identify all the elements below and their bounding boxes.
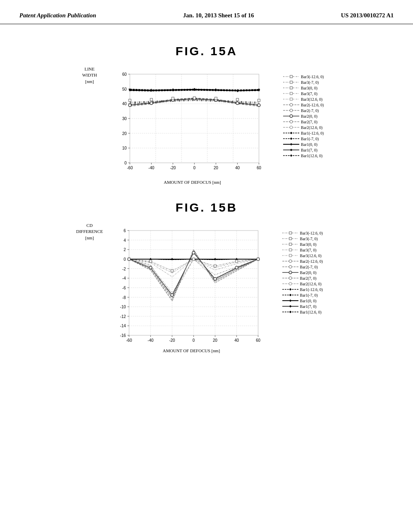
svg-marker-190 [289, 299, 292, 302]
svg-rect-57 [236, 98, 239, 101]
svg-rect-62 [290, 81, 292, 83]
svg-text:-12: -12 [120, 314, 126, 319]
svg-rect-163 [235, 260, 238, 262]
svg-text:-8: -8 [122, 295, 126, 300]
svg-marker-80 [290, 132, 292, 134]
fig15a-xlabel: AMOUNT OF DEFOCUS [nm] [106, 180, 279, 185]
svg-marker-40 [172, 88, 174, 91]
legend-item: Bar1(-7, 0) [282, 293, 335, 297]
legend-item: Bar2(12.6, 0) [282, 281, 335, 286]
legend-item: Bar2(-12.6, 0) [283, 102, 336, 107]
svg-marker-42 [215, 88, 217, 91]
svg-point-176 [289, 260, 292, 263]
legend-item: Bar2(-7, 0) [283, 108, 336, 113]
fig15b-chart-with-legend: CDDIFFERENCE[nm] [79, 222, 335, 353]
svg-marker-43 [236, 89, 239, 92]
svg-point-74 [290, 115, 293, 118]
fig15a-chart-wrapper: 60 50 40 30 20 10 0 -60 -40 -20 [106, 66, 279, 185]
svg-point-154 [192, 251, 195, 254]
legend-item: Bar2(7, 0) [282, 276, 335, 281]
header-right-text: US 2013/0010272 A1 [341, 11, 394, 20]
svg-rect-58 [258, 99, 260, 102]
svg-point-50 [236, 102, 239, 105]
svg-rect-164 [257, 258, 259, 260]
svg-text:60: 60 [256, 338, 261, 343]
fig15b-legend: Bar3(-12.6, 0) Bar3(-7, 0) Bar3(0, 0) Ba… [282, 231, 335, 314]
fig15b-title: FIG. 15B [19, 201, 394, 214]
svg-text:-60: -60 [126, 338, 132, 343]
svg-marker-86 [290, 149, 292, 151]
svg-marker-88 [290, 154, 292, 157]
legend-item: Bar1(-12.6, 0) [283, 131, 336, 135]
legend-item: Bar3(0, 0) [283, 85, 336, 90]
legend-item: Bar3(-7, 0) [282, 236, 335, 241]
svg-rect-159 [149, 260, 152, 262]
svg-text:60: 60 [257, 166, 261, 170]
svg-marker-41 [193, 88, 196, 91]
legend-item: Bar3(7, 0) [282, 247, 335, 252]
svg-text:-10: -10 [120, 305, 126, 309]
legend-item: Bar3(7, 0) [283, 91, 336, 96]
svg-text:-20: -20 [169, 338, 175, 343]
svg-rect-56 [215, 97, 217, 100]
svg-rect-162 [214, 265, 216, 267]
legend-item: Bar3(0, 0) [282, 242, 335, 247]
legend-item: Bar2(7, 0) [283, 119, 336, 124]
svg-marker-146 [171, 258, 173, 260]
svg-text:-4: -4 [122, 276, 126, 281]
fig15b-ylabel: CDDIFFERENCE[nm] [79, 222, 101, 241]
legend-item: Bar1(0, 0) [283, 142, 336, 147]
svg-text:4: 4 [123, 238, 126, 243]
svg-point-155 [213, 278, 216, 281]
svg-rect-158 [128, 258, 130, 260]
svg-marker-192 [289, 305, 292, 308]
legend-item: Bar3(-7, 0) [283, 80, 336, 85]
svg-rect-53 [150, 98, 152, 101]
legend-item: Bar2(-7, 0) [282, 264, 335, 269]
legend-item: Bar3(12.6, 0) [283, 97, 336, 102]
svg-point-153 [171, 294, 173, 297]
svg-text:-14: -14 [120, 324, 126, 328]
svg-text:20: 20 [213, 338, 217, 343]
svg-point-46 [150, 102, 153, 105]
fig15a-chart-with-legend: LINE WIDTH[nm] [77, 66, 336, 185]
legend-item: Bar1(-7, 0) [283, 136, 336, 141]
svg-text:40: 40 [122, 102, 127, 106]
fig15a-ylabel: LINE WIDTH[nm] [77, 66, 102, 85]
svg-rect-60 [290, 75, 292, 78]
legend-item: Bar3(12.6, 0) [282, 253, 335, 258]
svg-marker-82 [290, 137, 292, 140]
svg-text:2: 2 [123, 247, 126, 252]
header-left-text: Patent Application Publication [19, 11, 96, 20]
svg-text:-20: -20 [170, 166, 176, 170]
legend-item: Bar1(-12.6, 0) [282, 287, 335, 292]
fig15a-title: FIG. 15A [19, 44, 394, 58]
svg-text:30: 30 [122, 116, 127, 121]
svg-rect-172 [289, 249, 292, 251]
legend-item: Bar1(12.6, 0) [282, 310, 335, 314]
svg-rect-166 [289, 232, 292, 234]
fig15b-xlabel: AMOUNT OF DEFOCUS [nm] [105, 348, 278, 353]
svg-marker-194 [289, 311, 292, 313]
svg-rect-54 [172, 97, 174, 100]
fig15b-chart-wrapper: 6 4 2 0 -2 -4 -6 -8 -10 -12 -14 -16 -60 … [105, 222, 278, 353]
svg-point-78 [290, 126, 293, 129]
svg-rect-55 [193, 97, 196, 99]
svg-text:60: 60 [122, 72, 127, 77]
fig15a-legend: Bar3(-12.6, 0) Bar3(-7, 0) Bar3(0, 0) Ba… [283, 74, 336, 158]
legend-item: Bar2(12.6, 0) [283, 125, 336, 130]
svg-rect-174 [289, 254, 292, 257]
svg-text:-6: -6 [122, 286, 126, 290]
svg-rect-161 [192, 258, 195, 260]
svg-text:-60: -60 [127, 166, 133, 170]
svg-text:0: 0 [123, 257, 126, 262]
svg-marker-188 [289, 294, 292, 296]
svg-point-70 [290, 104, 293, 106]
legend-item: Bar2(0, 0) [282, 270, 335, 275]
legend-item: Bar1(7, 0) [283, 148, 336, 152]
legend-item: Bar3(-12.6, 0) [282, 231, 335, 235]
svg-point-45 [129, 104, 131, 107]
svg-rect-66 [290, 92, 292, 95]
svg-text:0: 0 [192, 338, 195, 343]
svg-marker-39 [150, 89, 152, 92]
